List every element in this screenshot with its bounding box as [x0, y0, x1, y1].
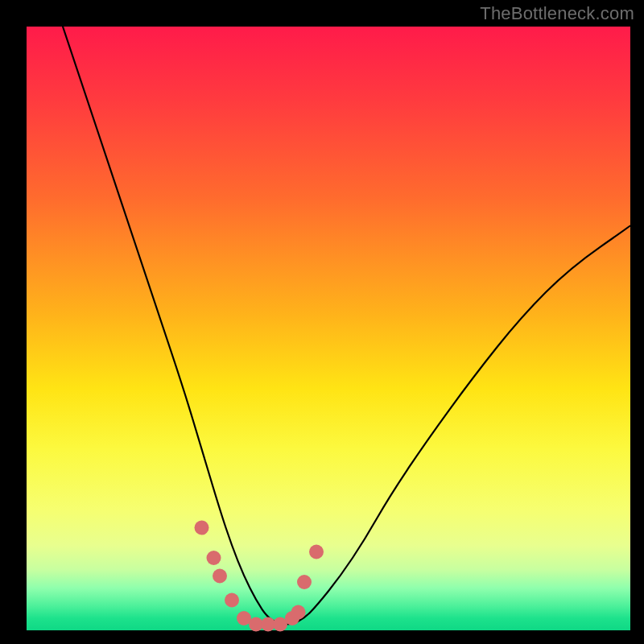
highlight-markers — [195, 521, 324, 632]
marker-dot — [207, 551, 221, 565]
marker-dot — [291, 605, 306, 620]
marker-dot — [195, 521, 209, 535]
marker-dot — [213, 569, 227, 584]
marker-dot — [297, 575, 312, 589]
plot-area — [27, 27, 630, 630]
marker-dot — [309, 545, 324, 559]
bottleneck-curve — [63, 27, 630, 625]
chart-frame: TheBottleneck.com — [0, 0, 644, 644]
watermark-text: TheBottleneck.com — [480, 3, 634, 24]
marker-dot — [225, 593, 239, 608]
curve-layer — [27, 27, 630, 630]
